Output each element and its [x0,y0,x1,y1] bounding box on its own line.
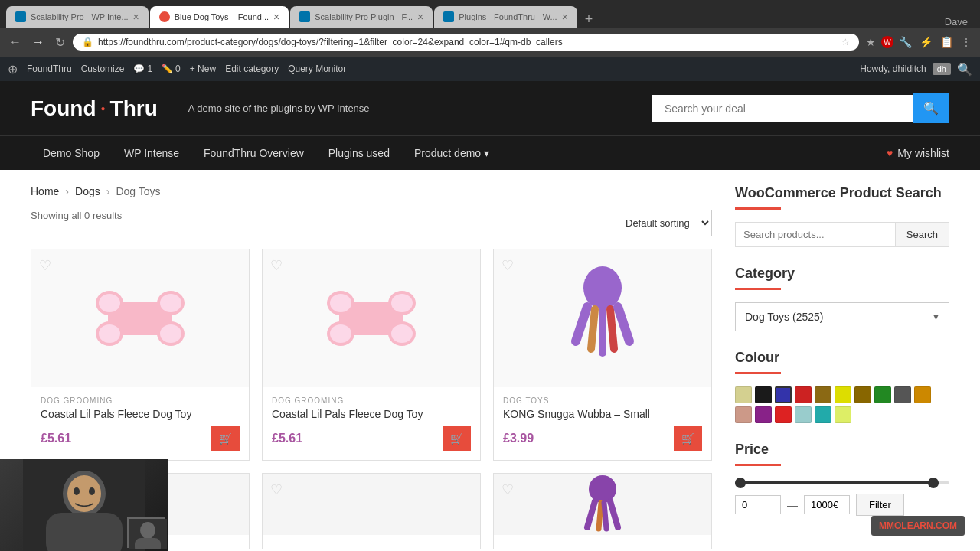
price-slider-fill [735,481,939,484]
sort-select[interactable]: Default sorting [612,210,712,236]
wishlist-btn-6[interactable]: ♡ [501,481,514,498]
svg-point-8 [160,324,181,343]
header-search-input[interactable] [652,95,913,122]
more-icon[interactable]: ⋮ [959,34,974,50]
price-dash: — [787,499,798,511]
star-icon[interactable]: ☆ [841,37,850,47]
ext-icon-2[interactable]: 🔧 [897,34,914,50]
tab-close-2[interactable]: × [273,11,279,23]
add-to-cart-btn-2[interactable]: 🛒 [443,426,471,451]
wishlist-label: My wishlist [897,147,949,159]
wishlist-btn-3[interactable]: ♡ [501,257,514,274]
add-to-cart-btn-1[interactable]: 🛒 [211,426,240,451]
widget-category-underline [735,288,781,290]
colour-swatch-teal[interactable] [815,406,831,423]
product-info-1: DOG GROOMING Coastal Lil Pals Fleece Dog… [31,387,249,460]
ext-icon-4[interactable]: 📋 [938,34,956,50]
filter-button[interactable]: Filter [856,494,904,516]
product-search-button[interactable]: Search [896,222,949,247]
svg-line-19 [576,307,587,341]
product-price-3: £3.99 [503,432,534,445]
ext-icon-1[interactable]: W [881,36,893,48]
widget-category-title: Category [735,266,949,282]
colour-swatch-brown[interactable] [815,386,831,403]
nav-foundthru-overview[interactable]: FoundThru Overview [191,136,316,170]
tab-1[interactable]: Scalability Pro - WP Inte... × [6,6,149,28]
tab-3[interactable]: Scalability Pro Plugin - F... × [290,6,433,28]
nav-wp-intense[interactable]: WP Intense [112,136,191,170]
admin-item-foundthru[interactable]: FoundThru [27,64,72,74]
header-search-button[interactable]: 🔍 [913,93,949,123]
product-name-1: Coastal Lil Pals Fleece Dog Toy [41,408,240,420]
wishlist-nav[interactable]: ♥ My wishlist [887,147,949,159]
svg-rect-37 [135,538,161,549]
admin-item-new[interactable]: + New [190,64,216,74]
colour-swatch-light-brown[interactable] [735,406,752,423]
breadcrumb-home[interactable]: Home [31,185,59,197]
nav-demo-shop[interactable]: Demo Shop [31,136,112,170]
category-select-wrap: Dog Toys (2525) Dogs Cat Toys [735,302,949,331]
address-bar[interactable]: 🔒 https://foundthru.com/product-category… [73,34,859,51]
tab-close-4[interactable]: × [562,11,568,23]
svg-point-33 [74,487,80,495]
wishlist-btn-5[interactable]: ♡ [270,481,283,498]
search-box: Search [735,222,949,247]
reload-button[interactable]: ↻ [52,34,68,51]
colour-swatch-purple[interactable] [755,406,772,423]
nav-plugins-used[interactable]: Plugins used [316,136,402,170]
tab-close-1[interactable]: × [133,11,139,23]
svg-point-17 [391,324,413,343]
breadcrumb-sep-2: › [106,185,110,197]
colour-swatch-light-yellow[interactable] [835,406,851,423]
tab-favicon-2 [159,11,170,22]
forward-button[interactable]: → [29,34,47,51]
ext-icon-3[interactable]: ⚡ [917,34,935,50]
tab-bar: Scalability Pro - WP Inte... × Blue Dog … [0,0,980,28]
add-to-cart-btn-3[interactable]: 🛒 [674,426,702,451]
colour-swatch-red[interactable] [775,406,792,423]
colour-swatch-dark-gray[interactable] [894,386,911,403]
breadcrumb-current: Dog Toys [116,185,160,197]
colour-swatch-dark-yellow[interactable] [854,386,871,403]
sort-bar: Showing all 0 results Default sorting [31,210,712,236]
price-handle-min[interactable] [735,478,746,488]
colour-swatch-yellow-green[interactable] [735,386,752,403]
back-button[interactable]: ← [6,34,24,51]
colour-swatch-orange[interactable] [914,386,931,403]
widget-colour: Colour [735,350,949,423]
widget-price: Price — Filter [735,442,949,516]
colour-swatch-black[interactable] [755,386,772,403]
price-handle-max[interactable] [928,478,939,488]
nav-product-demo[interactable]: Product demo ▾ [402,136,501,170]
colour-swatch-yellow[interactable] [835,386,851,403]
admin-item-edit-category[interactable]: Edit category [225,64,279,74]
wishlist-btn-1[interactable]: ♡ [39,257,51,274]
breadcrumb-dogs[interactable]: Dogs [75,185,100,197]
tab-2[interactable]: Blue Dog Toys – Found... × [150,6,289,28]
admin-item-comments[interactable]: 💬 1 [133,64,152,74]
tab-4[interactable]: Plugins - FoundThru - W... × [434,6,577,28]
product-search-input[interactable] [735,222,896,247]
admin-item-pending[interactable]: ✏️ 0 [162,64,181,74]
svg-point-7 [160,294,181,312]
colour-swatch-blue[interactable] [775,386,792,403]
admin-item-query-monitor[interactable]: Query Monitor [288,64,346,74]
product-image-3: ♡ [494,249,711,387]
price-min-input[interactable] [735,495,781,514]
colour-swatch-light-blue[interactable] [795,406,812,423]
product-category-3: DOG TOYS [503,396,702,405]
bookmark-icon[interactable]: ★ [864,34,878,50]
colour-swatch-green[interactable] [874,386,891,403]
howdy-text: Howdy, dhilditch [860,64,926,74]
wp-search-icon[interactable]: 🔍 [957,62,972,77]
admin-item-customize[interactable]: Customize [81,64,125,74]
price-max-input[interactable] [804,495,850,514]
wishlist-btn-2[interactable]: ♡ [270,257,283,274]
widget-colour-underline [735,372,781,374]
site-header: Found ● Thru A demo site of the plugins … [0,81,980,135]
product-image-5: ♡ [263,474,480,535]
category-select[interactable]: Dog Toys (2525) Dogs Cat Toys [735,302,949,331]
tab-close-3[interactable]: × [417,11,423,23]
colour-swatch-dark-red[interactable] [795,386,812,403]
new-tab-button[interactable]: + [579,11,599,28]
